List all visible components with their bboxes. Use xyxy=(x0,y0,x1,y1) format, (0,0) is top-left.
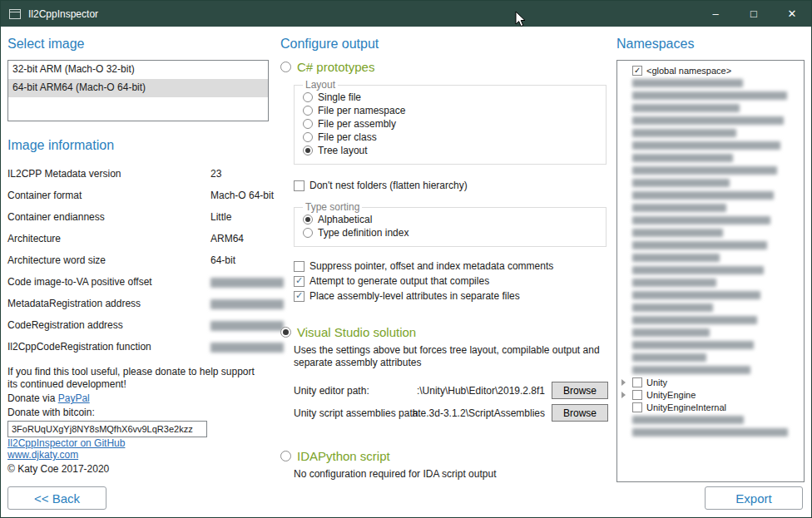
paypal-link[interactable]: PayPal xyxy=(58,392,90,404)
namespace-label: <global namespace> xyxy=(646,66,731,76)
redacted-namespace xyxy=(632,116,784,125)
expander-icon[interactable] xyxy=(621,379,626,386)
redacted-value xyxy=(210,343,284,353)
info-label: Code image-to-VA positive offset xyxy=(7,276,152,288)
redacted-value xyxy=(210,299,284,309)
namespace-label: UnityEngineInternal xyxy=(646,402,726,412)
checkbox-icon xyxy=(632,402,642,412)
info-label: IL2CPP Metadata version xyxy=(7,168,121,180)
checkbox-option[interactable]: Suppress pointer, offset and index metad… xyxy=(294,259,610,274)
expander-icon[interactable] xyxy=(621,392,626,398)
namespace-row[interactable]: UnityEngine xyxy=(617,388,804,401)
namespace-row-redacted xyxy=(617,226,804,239)
radio-option[interactable]: Alphabetical xyxy=(303,213,606,226)
checkbox-icon xyxy=(294,180,304,191)
visual-studio-solution-radio[interactable]: Visual Studio solution xyxy=(280,325,610,339)
donate-via-text: Donate via xyxy=(7,392,58,404)
radio-icon xyxy=(303,92,313,102)
minimize-button[interactable]: – xyxy=(696,1,735,27)
checkbox-option[interactable]: Don't nest folders (flatten hierarchy) xyxy=(294,178,610,193)
redacted-namespace xyxy=(632,229,723,237)
csharp-prototypes-label: C# prototypes xyxy=(297,60,374,74)
radio-icon xyxy=(303,215,313,224)
redacted-namespace xyxy=(632,204,726,212)
unity-assemblies-path-value: ate.3d-3.1.2\ScriptAssemblies xyxy=(413,407,545,419)
redacted-namespace xyxy=(632,241,767,249)
radio-option[interactable]: Tree layout xyxy=(303,144,606,157)
info-value: Mach-O 64-bit xyxy=(210,190,274,201)
radio-option[interactable]: File per assembly xyxy=(303,117,606,131)
namespaces-heading: Namespaces xyxy=(616,37,805,52)
namespace-row-redacted xyxy=(617,201,804,214)
bitcoin-address-input[interactable] xyxy=(7,421,207,437)
info-row: IL2CPP Metadata version23 xyxy=(7,165,269,186)
info-label: Container format xyxy=(7,190,82,201)
back-button[interactable]: << Back xyxy=(7,486,106,510)
configure-output-heading: Configure output xyxy=(280,37,610,52)
namespace-label: UnityEngine xyxy=(646,390,696,400)
radio-label: File per namespace xyxy=(318,105,405,116)
redacted-namespace xyxy=(632,166,777,175)
radio-icon xyxy=(280,327,291,338)
idapython-script-radio[interactable]: IDAPython script xyxy=(280,449,610,463)
checkbox-label: Attempt to generate output that compiles xyxy=(309,275,489,287)
type-sorting-group: Type sorting AlphabeticalType definition… xyxy=(294,201,607,247)
radio-option[interactable]: Single file xyxy=(303,91,606,104)
export-button[interactable]: Export xyxy=(705,486,803,510)
info-label: CodeRegistration address xyxy=(7,319,123,331)
radio-option[interactable]: File per namespace xyxy=(303,104,606,117)
titlebar: Il2CppInspector – □ ✕ xyxy=(1,1,811,27)
github-link[interactable]: Il2CppInspector on GitHub xyxy=(7,437,269,449)
radio-option[interactable]: Type definition index xyxy=(303,226,606,239)
namespace-row-redacted xyxy=(617,264,804,276)
redacted-namespace xyxy=(632,154,733,162)
checkbox-label: Place assembly-level attributes in separ… xyxy=(309,290,520,302)
unity-editor-path-row: Unity editor path: :\Unity\Hub\Editor\20… xyxy=(280,379,610,402)
image-list-item[interactable]: 32-bit ARM (Mach-O 32-bit) xyxy=(8,61,268,79)
image-list-item[interactable]: 64-bit ARM64 (Mach-O 64-bit) xyxy=(8,79,268,97)
redacted-namespace xyxy=(632,104,740,112)
unity-assemblies-path-label: Unity script assemblies path: xyxy=(294,407,421,419)
redacted-namespace xyxy=(632,179,730,187)
info-row: ArchitectureARM64 xyxy=(7,229,269,251)
namespace-row[interactable]: Unity xyxy=(617,376,804,388)
radio-option[interactable]: File per class xyxy=(303,131,606,144)
info-row: MetadataRegistration address xyxy=(7,294,269,316)
maximize-button[interactable]: □ xyxy=(735,1,773,27)
namespace-row[interactable]: <global namespace> xyxy=(617,64,804,76)
redacted-namespace xyxy=(632,303,713,312)
namespace-row[interactable]: UnityEngineInternal xyxy=(617,401,804,413)
main-content: Select image 32-bit ARM (Mach-O 32-bit)6… xyxy=(1,27,811,517)
website-link[interactable]: www.djkaty.com xyxy=(7,449,269,461)
namespace-row-redacted xyxy=(617,139,804,151)
namespace-row-redacted xyxy=(617,214,804,226)
info-value: 64-bit xyxy=(210,254,235,266)
radio-icon xyxy=(280,62,291,72)
checkbox-option[interactable]: Place assembly-level attributes in separ… xyxy=(294,289,610,303)
image-listbox: 32-bit ARM (Mach-O 32-bit)64-bit ARM64 (… xyxy=(7,60,269,121)
info-label: Container endianness xyxy=(7,211,105,223)
redacted-value xyxy=(210,321,284,331)
namespace-row-redacted xyxy=(617,413,804,426)
checkbox-option[interactable]: Attempt to generate output that compiles xyxy=(294,274,610,289)
redacted-namespace xyxy=(632,266,764,274)
image-information-heading: Image information xyxy=(7,138,269,153)
csharp-prototypes-radio[interactable]: C# prototypes xyxy=(280,60,610,74)
redacted-namespace xyxy=(632,279,716,287)
namespace-row-redacted xyxy=(617,126,804,139)
info-value: Little xyxy=(210,211,231,223)
browse-assemblies-button[interactable]: Browse xyxy=(552,404,608,422)
namespace-row-redacted xyxy=(617,363,804,376)
idapython-script-label: IDAPython script xyxy=(297,449,390,463)
namespace-row-redacted xyxy=(617,338,804,351)
close-button[interactable]: ✕ xyxy=(773,1,811,27)
redacted-namespace xyxy=(632,254,720,262)
browse-editor-button[interactable]: Browse xyxy=(552,382,608,399)
image-info-table: IL2CPP Metadata version23Container forma… xyxy=(7,165,269,359)
namespace-row-redacted xyxy=(617,76,804,89)
info-label: Architecture word size xyxy=(7,254,106,266)
radio-label: Type definition index xyxy=(318,227,408,239)
window-controls: – □ ✕ xyxy=(696,1,811,27)
checkbox-icon xyxy=(294,261,304,272)
namespace-row-redacted xyxy=(617,313,804,326)
